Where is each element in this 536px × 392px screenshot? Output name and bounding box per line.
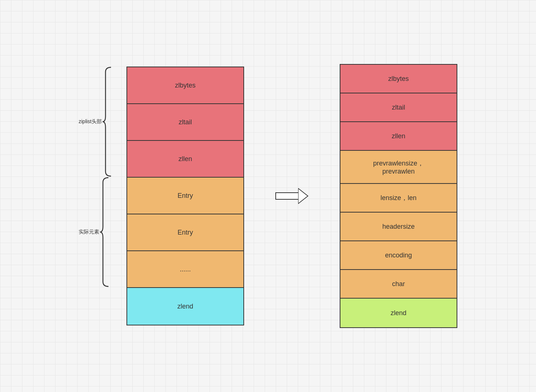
cell-zltail-left: zltail xyxy=(127,104,243,141)
right-stack: zlbytes zltail zllen prevrawlensize， pre… xyxy=(340,64,457,328)
elements-brace-icon xyxy=(99,177,110,287)
left-section: ziplist头部 实际元素 zlbytes zltail xyxy=(79,67,244,325)
cell-zlend-right: zlend xyxy=(340,299,457,327)
cell-zlbytes-right: zlbytes xyxy=(340,65,457,93)
cell-entry2-left: Entry xyxy=(127,214,243,251)
arrow-icon xyxy=(275,189,308,203)
cell-zllen-left: zllen xyxy=(127,141,243,178)
left-stack: zlbytes zltail zllen Entry Entry ...... … xyxy=(126,67,244,325)
cell-zlend-left: zlend xyxy=(127,288,243,325)
cell-zltail-right: zltail xyxy=(340,93,457,122)
cell-lensize-right: lensize，len xyxy=(340,184,457,213)
cell-char-right: char xyxy=(340,270,457,299)
header-label-text: ziplist头部 xyxy=(79,118,102,125)
elements-label-text: 实际元素 xyxy=(79,229,99,235)
cell-entry1-left: Entry xyxy=(127,178,243,214)
arrow-head xyxy=(298,188,308,204)
header-brace-icon xyxy=(102,67,113,177)
cell-ellipsis-left: ...... xyxy=(127,251,243,288)
cell-headersize-right: headersize xyxy=(340,213,457,241)
cell-prevrawlensize-right: prevrawlensize， prevrawlen xyxy=(340,151,457,184)
cell-zlbytes-left: zlbytes xyxy=(127,67,243,104)
left-labels: ziplist头部 实际元素 xyxy=(79,67,126,325)
main-container: ziplist头部 实际元素 zlbytes zltail xyxy=(0,0,536,392)
elements-label-group: 实际元素 xyxy=(79,177,110,287)
arrow-body xyxy=(275,192,301,200)
header-label-group: ziplist头部 xyxy=(79,67,113,177)
arrow-container xyxy=(274,189,310,203)
cell-encoding-right: encoding xyxy=(340,241,457,270)
arrow-head-inner xyxy=(299,189,307,203)
cell-zllen-right: zllen xyxy=(340,122,457,151)
